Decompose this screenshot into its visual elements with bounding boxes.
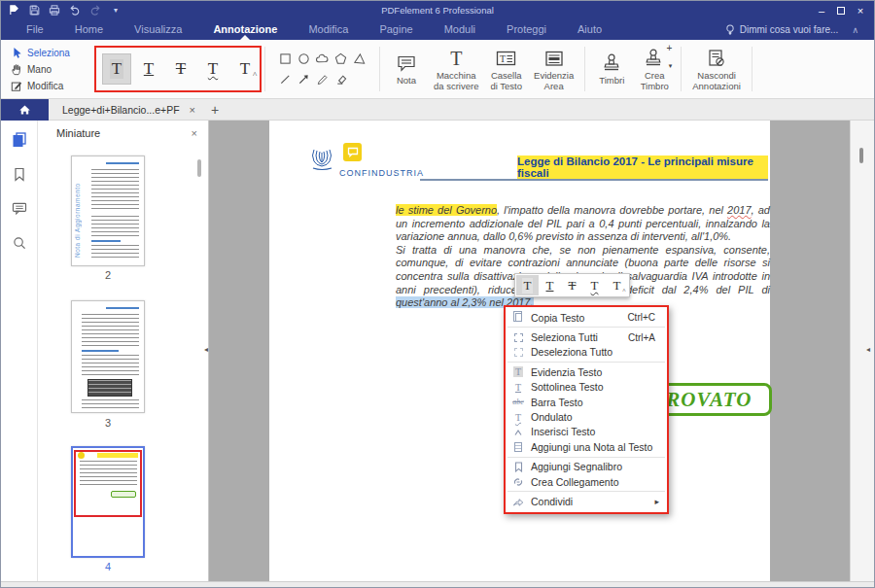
hand-tool-button[interactable]: Mano bbox=[11, 61, 92, 77]
menu-item-inserisci-testo[interactable]: Inserisci Testo bbox=[506, 425, 667, 439]
tab-close-icon[interactable]: × bbox=[190, 104, 195, 116]
area-highlight-button[interactable]: EvidenziaArea bbox=[528, 45, 579, 93]
menu-modifica[interactable]: Modifica bbox=[293, 19, 364, 40]
arrow-tool[interactable] bbox=[298, 73, 310, 86]
minimize-button[interactable]: – bbox=[814, 4, 829, 17]
pencil-tool[interactable] bbox=[316, 73, 329, 86]
eraser-tool[interactable] bbox=[334, 73, 347, 86]
menu-item-aggiungi-segnalibro[interactable]: Aggiungi Segnalibro bbox=[506, 460, 667, 474]
home-tab-button[interactable] bbox=[1, 99, 49, 121]
menu-pagine[interactable]: Pagine bbox=[364, 19, 428, 40]
page-thumbnail-4-selected[interactable] bbox=[71, 446, 145, 558]
insert-text-tool[interactable]: T bbox=[230, 53, 260, 85]
typewriter-button[interactable]: T Macchinada scrivere bbox=[428, 45, 484, 93]
hide-annotations-button[interactable]: NascondiAnnotazioni bbox=[686, 45, 747, 93]
underline-text-tool[interactable]: T bbox=[134, 53, 163, 85]
mini-insert-text-tool[interactable]: T bbox=[606, 275, 628, 295]
menu-item-sottolinea-testo[interactable]: T Sottolinea Testo bbox=[506, 380, 667, 395]
polygon-shape-tool[interactable] bbox=[334, 52, 347, 65]
mini-strikethrough-tool[interactable]: T bbox=[561, 275, 583, 295]
area-highlight-icon bbox=[544, 47, 564, 68]
squiggly-text-tool[interactable]: T bbox=[198, 53, 228, 85]
menu-item-crea-collegamento[interactable]: Crea Collegamento bbox=[506, 474, 667, 489]
close-button[interactable]: × bbox=[853, 4, 868, 17]
toolbar-divider bbox=[264, 47, 265, 91]
cloud-shape-tool[interactable] bbox=[315, 52, 330, 65]
tell-me-label: Dimmi cosa vuoi fare... bbox=[740, 24, 839, 35]
page-number-3: 3 bbox=[71, 417, 145, 429]
menu-annotazione[interactable]: Annotazione bbox=[197, 19, 293, 40]
insert-text-icon bbox=[506, 428, 531, 436]
rectangle-shape-tool[interactable] bbox=[279, 52, 292, 65]
mini-highlight-tool[interactable]: T bbox=[516, 275, 539, 295]
share-icon bbox=[506, 497, 531, 506]
page-number-2: 2 bbox=[71, 269, 145, 281]
menu-item-seleziona-tutti[interactable]: Seleziona Tutti Ctrl+A bbox=[506, 329, 667, 344]
menu-item-evidenzia-testo[interactable]: T Evidenzia Testo bbox=[506, 364, 667, 379]
save-icon[interactable] bbox=[27, 4, 41, 17]
home-icon bbox=[18, 104, 31, 116]
tell-me-search[interactable]: Dimmi cosa vuoi fare... bbox=[725, 24, 839, 36]
thumbnails-panel: Miniature × ◂ Nota di Aggiornamento 2 bbox=[38, 121, 209, 581]
right-panel-collapse-arrow[interactable]: ◂ bbox=[866, 346, 870, 354]
maximize-button[interactable] bbox=[833, 4, 849, 17]
panel-close-icon[interactable]: × bbox=[192, 127, 197, 139]
app-logo-icon bbox=[7, 4, 20, 17]
menu-item-deseleziona-tutto[interactable]: Deseleziona Tutto bbox=[506, 345, 667, 360]
triangle-shape-tool[interactable] bbox=[353, 52, 366, 65]
ellipse-shape-tool[interactable] bbox=[298, 52, 310, 65]
shape-tools-group bbox=[270, 49, 374, 89]
title-bar: ▾ PDFelement 6 Professional – × bbox=[1, 1, 874, 19]
menu-home[interactable]: Home bbox=[59, 19, 119, 40]
text-box-button[interactable]: T Caselladi Testo bbox=[484, 45, 528, 93]
document-tab[interactable]: Legge+di+Bilancio...e+PF × bbox=[49, 99, 205, 121]
menu-item-copia-testo[interactable]: Copia Testo Ctrl+C bbox=[506, 310, 667, 325]
bookmarks-panel-icon[interactable] bbox=[13, 167, 26, 182]
thumb4-red-annotation-box bbox=[74, 450, 142, 517]
menu-visualizza[interactable]: Visualizza bbox=[119, 19, 197, 40]
note-button[interactable]: Nota bbox=[385, 50, 428, 88]
select-tool-button[interactable]: Seleziona bbox=[11, 45, 92, 60]
thumbnails-scrollbar[interactable] bbox=[197, 159, 201, 177]
page-thumbnail-3[interactable] bbox=[71, 300, 145, 413]
edit-tool-button[interactable]: Modifica bbox=[11, 78, 92, 93]
document-scrollbar[interactable] bbox=[859, 148, 863, 163]
menu-moduli[interactable]: Moduli bbox=[429, 19, 491, 40]
menu-proteggi[interactable]: Proteggi bbox=[491, 19, 562, 40]
menu-aiuto[interactable]: Aiuto bbox=[562, 19, 617, 40]
menu-file[interactable]: File bbox=[11, 19, 59, 40]
mini-underline-tool[interactable]: T bbox=[539, 275, 561, 295]
toolbar-divider bbox=[752, 47, 752, 91]
comments-panel-icon[interactable] bbox=[12, 202, 27, 216]
highlight-text-tool[interactable]: T bbox=[102, 53, 131, 85]
redo-icon[interactable] bbox=[88, 4, 102, 17]
text-box-icon: T bbox=[496, 47, 516, 68]
print-icon[interactable] bbox=[48, 4, 61, 17]
confindustria-wordmark: CONFINDUSTRIA bbox=[339, 168, 424, 178]
window-bottom-edge bbox=[1, 581, 874, 587]
strikethrough-text-tool[interactable]: T bbox=[166, 53, 195, 85]
tab-bar: Legge+di+Bilancio...e+PF × + bbox=[1, 99, 874, 121]
highlighted-phrase[interactable]: le stime del Governo bbox=[396, 204, 497, 216]
menu-item-ondulato[interactable]: T Ondulato bbox=[506, 409, 667, 424]
quickbar-caret-icon[interactable]: ▾ bbox=[109, 4, 122, 17]
squiggly-annotated-year[interactable]: 2017 bbox=[727, 204, 751, 216]
bookmark-icon bbox=[506, 462, 531, 472]
collapse-ribbon-icon[interactable]: ∧ bbox=[846, 25, 864, 35]
create-stamp-button[interactable]: + ▾ CreaTimbro bbox=[633, 45, 676, 93]
sidebar-collapse-arrow[interactable]: ◂ bbox=[204, 346, 208, 354]
undo-icon[interactable] bbox=[68, 4, 82, 17]
search-panel-icon[interactable] bbox=[13, 236, 26, 250]
mini-squiggly-tool[interactable]: T bbox=[583, 275, 606, 295]
page-thumbnail-2[interactable]: Nota di Aggiornamento bbox=[71, 156, 145, 266]
thumbnails-panel-icon[interactable] bbox=[12, 131, 27, 147]
new-tab-button[interactable]: + bbox=[205, 102, 225, 118]
menu-separator bbox=[508, 362, 665, 363]
app-window: ▾ PDFelement 6 Professional – × File Hom… bbox=[0, 0, 875, 588]
menu-item-condividi[interactable]: Condividi ▸ bbox=[506, 494, 667, 508]
edit-icon bbox=[11, 80, 22, 92]
stamps-button[interactable]: Timbri bbox=[590, 50, 633, 88]
line-tool[interactable] bbox=[279, 73, 292, 86]
menu-item-barra-testo[interactable]: abc Barra Testo bbox=[506, 395, 667, 409]
menu-item-aggiungi-nota[interactable]: Aggiungi una Nota al Testo bbox=[506, 439, 667, 454]
